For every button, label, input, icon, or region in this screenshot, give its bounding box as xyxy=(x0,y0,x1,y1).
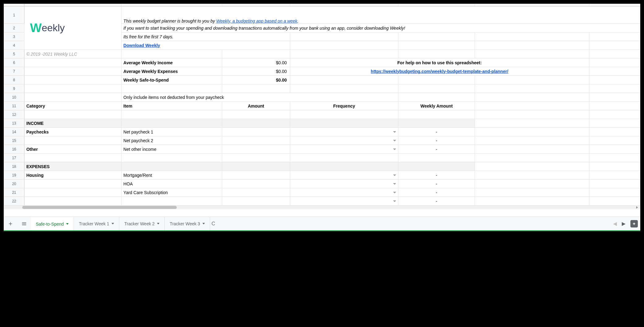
row-header[interactable]: 2 xyxy=(4,24,24,32)
item-cell[interactable] xyxy=(121,197,222,206)
logo-cell: Weekly xyxy=(24,6,121,50)
dropdown-icon[interactable] xyxy=(393,192,396,193)
amount-cell[interactable] xyxy=(222,145,290,154)
safe-to-spend-value[interactable]: $0.00 xyxy=(222,76,290,84)
amount-cell[interactable] xyxy=(222,188,290,197)
tab-partial[interactable]: C xyxy=(210,217,216,230)
spreadsheet-grid: 1 Weekly This weekly budget planner is b… xyxy=(4,4,640,206)
row-header[interactable]: 22 xyxy=(4,197,24,206)
row-header[interactable]: 21 xyxy=(4,188,24,197)
tab-nav-group: ◀ ▶ xyxy=(611,217,628,230)
row-header[interactable]: 3 xyxy=(4,32,24,41)
grid-area[interactable]: 1 Weekly This weekly budget planner is b… xyxy=(4,4,640,217)
row-header[interactable]: 20 xyxy=(4,180,24,188)
tab-label: Tracker Week 2 xyxy=(124,221,155,226)
row: 16 Other Net other income - xyxy=(4,145,640,154)
frequency-cell[interactable] xyxy=(290,171,398,180)
dropdown-icon[interactable] xyxy=(393,174,396,176)
row: 6 Average Weekly Income $0.00 For help o… xyxy=(4,58,640,67)
row: 11 Category Item Amount Frequency Weekly… xyxy=(4,102,640,110)
amount-cell[interactable] xyxy=(222,171,290,180)
row-header[interactable]: 1 xyxy=(4,6,24,24)
row: 15 Net paycheck 2 - xyxy=(4,136,640,145)
sheet-tab-bar: Safe-to-Spend Tracker Week 1 Tracker Wee… xyxy=(4,217,640,230)
row-header[interactable]: 7 xyxy=(4,67,24,76)
frequency-cell[interactable] xyxy=(290,188,398,197)
row-header[interactable]: 5 xyxy=(4,50,24,58)
horizontal-scrollbar[interactable] xyxy=(4,206,640,209)
dropdown-icon[interactable] xyxy=(393,131,396,133)
dropdown-icon[interactable] xyxy=(393,148,396,150)
weekly-amount-cell: - xyxy=(398,197,475,206)
frequency-cell[interactable] xyxy=(290,136,398,145)
category-housing: Housing xyxy=(24,171,121,180)
weekly-amount-cell: - xyxy=(398,145,475,154)
chevron-down-icon[interactable] xyxy=(66,223,69,225)
chevron-down-icon[interactable] xyxy=(202,223,205,224)
row-header[interactable]: 4 xyxy=(4,41,24,50)
item-cell[interactable]: Mortgage/Rent xyxy=(121,171,222,180)
tab-scroll-right-icon[interactable]: ▶ xyxy=(622,221,625,227)
item-cell[interactable]: Net other income xyxy=(121,145,222,154)
row-header[interactable]: 11 xyxy=(4,102,24,110)
item-cell[interactable]: HOA xyxy=(121,180,222,188)
help-link[interactable]: https://weeklybudgeting.com/weekly-budge… xyxy=(371,69,508,74)
dropdown-icon[interactable] xyxy=(393,200,396,202)
row-header[interactable]: 16 xyxy=(4,145,24,154)
intro-line-3: Its free for the first 7 days. xyxy=(121,32,290,41)
weekly-app-link[interactable]: Weekly, a budgeting app based on a week xyxy=(216,19,298,23)
header-item: Item xyxy=(121,102,222,110)
row-header[interactable]: 17 xyxy=(4,154,24,162)
weekly-amount-cell: - xyxy=(398,188,475,197)
chevron-down-icon[interactable] xyxy=(157,223,159,224)
row-header[interactable]: 13 xyxy=(4,119,24,128)
frequency-cell[interactable] xyxy=(290,197,398,206)
row: 14 Paychecks Net paycheck 1 - xyxy=(4,128,640,136)
add-sheet-button[interactable] xyxy=(4,217,17,230)
frequency-cell[interactable] xyxy=(290,180,398,188)
amount-cell[interactable] xyxy=(222,180,290,188)
safe-to-spend-label: Weekly Safe-to-Spend xyxy=(121,76,222,84)
bottom-accent-bar xyxy=(4,230,640,231)
frequency-cell[interactable] xyxy=(290,128,398,136)
all-sheets-button[interactable] xyxy=(17,217,31,230)
row: 5 © 2019 -2021 Weekly LLC xyxy=(4,50,640,58)
amount-cell[interactable] xyxy=(222,128,290,136)
scroll-right-icon[interactable] xyxy=(636,206,638,209)
frequency-cell[interactable] xyxy=(290,145,398,154)
scrollbar-thumb[interactable] xyxy=(22,206,177,209)
tab-tracker-week-3[interactable]: Tracker Week 3 xyxy=(165,217,210,230)
explore-button[interactable]: ✦ xyxy=(628,217,640,230)
dropdown-icon[interactable] xyxy=(393,183,396,185)
weekly-amount-cell: - xyxy=(398,171,475,180)
tab-tracker-week-2[interactable]: Tracker Week 2 xyxy=(119,217,165,230)
dropdown-icon[interactable] xyxy=(393,140,396,141)
avg-expenses-value[interactable]: $0.00 xyxy=(222,67,290,76)
tab-tracker-week-1[interactable]: Tracker Week 1 xyxy=(74,217,119,230)
row-header[interactable]: 10 xyxy=(4,93,24,102)
row-header[interactable]: 12 xyxy=(4,110,24,119)
row-header[interactable]: 18 xyxy=(4,162,24,171)
row-header[interactable]: 6 xyxy=(4,58,24,67)
row: 8 Weekly Safe-to-Spend $0.00 xyxy=(4,76,640,84)
download-weekly-link[interactable]: Download Weekly xyxy=(123,43,160,48)
chevron-down-icon[interactable] xyxy=(112,223,114,224)
amount-cell[interactable] xyxy=(222,136,290,145)
tab-safe-to-spend[interactable]: Safe-to-Spend xyxy=(31,217,74,230)
row-header[interactable]: 15 xyxy=(4,136,24,145)
avg-income-value[interactable]: $0.00 xyxy=(222,58,290,67)
row-header[interactable]: 19 xyxy=(4,171,24,180)
row-header[interactable]: 9 xyxy=(4,84,24,93)
item-cell[interactable]: Net paycheck 1 xyxy=(121,128,222,136)
note-text: Only include items not deducted from you… xyxy=(121,93,398,102)
weekly-amount-cell: - xyxy=(398,128,475,136)
header-amount: Amount xyxy=(222,102,290,110)
tab-scroll-left-icon[interactable]: ◀ xyxy=(613,221,617,227)
row-header[interactable]: 8 xyxy=(4,76,24,84)
row-header[interactable]: 14 xyxy=(4,128,24,136)
item-cell[interactable]: Yard Care Subscription xyxy=(121,188,222,197)
sparkle-icon: ✦ xyxy=(630,220,638,227)
column-header-row[interactable] xyxy=(4,4,640,6)
amount-cell[interactable] xyxy=(222,197,290,206)
item-cell[interactable]: Net paycheck 2 xyxy=(121,136,222,145)
